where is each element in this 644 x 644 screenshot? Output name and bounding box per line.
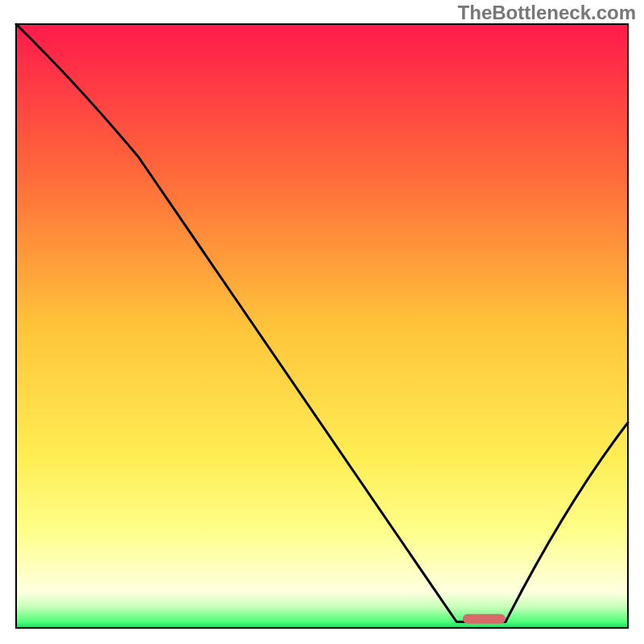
plot-background bbox=[16, 24, 628, 628]
bottleneck-chart bbox=[0, 0, 644, 644]
optimal-range-marker bbox=[463, 614, 506, 624]
chart-frame: TheBottleneck.com bbox=[0, 0, 644, 644]
